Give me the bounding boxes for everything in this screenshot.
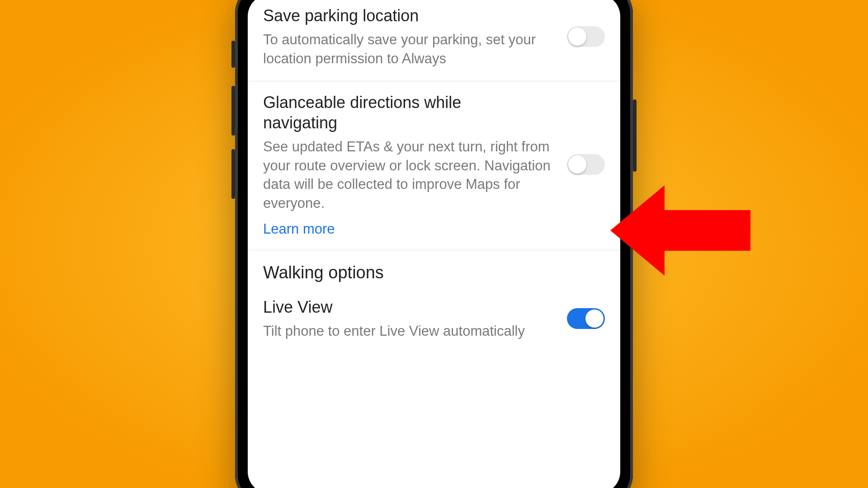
phone-volume-up: [231, 86, 235, 136]
phone-mute-switch: [231, 41, 235, 68]
row-glanceable-main: Glanceable directions while navigating S…: [263, 92, 567, 237]
row-save-parking-title: Save parking location: [263, 5, 556, 26]
row-save-parking-desc: To automatically save your parking, set …: [263, 30, 556, 68]
row-glanceable[interactable]: Glanceable directions while navigating S…: [248, 81, 620, 250]
glanceable-toggle[interactable]: [567, 154, 605, 175]
row-live-view[interactable]: Live View Tilt phone to enter Live View …: [248, 286, 620, 353]
learn-more-link[interactable]: Learn more: [263, 221, 335, 237]
row-glanceable-desc: See updated ETAs & your next turn, right…: [263, 137, 556, 213]
row-save-parking[interactable]: Save parking location To automatically s…: [248, 0, 620, 81]
phone-power-button: [633, 99, 637, 172]
phone-volume-down: [231, 149, 235, 199]
phone-frame: Save parking location To automatically s…: [235, 0, 633, 488]
stage: Save parking location To automatically s…: [0, 0, 868, 488]
phone-screen: Save parking location To automatically s…: [248, 0, 620, 488]
settings-list[interactable]: Save parking location To automatically s…: [248, 0, 620, 488]
save-parking-toggle[interactable]: [567, 26, 605, 47]
row-glanceable-title: Glanceable directions while navigating: [263, 92, 480, 133]
live-view-toggle[interactable]: [567, 308, 605, 329]
row-save-parking-main: Save parking location To automatically s…: [263, 5, 567, 68]
row-live-view-desc: Tilt phone to enter Live View automatica…: [263, 322, 556, 341]
section-heading-walking: Walking options: [248, 250, 620, 286]
row-live-view-main: Live View Tilt phone to enter Live View …: [263, 297, 567, 341]
row-live-view-title: Live View: [263, 297, 556, 317]
